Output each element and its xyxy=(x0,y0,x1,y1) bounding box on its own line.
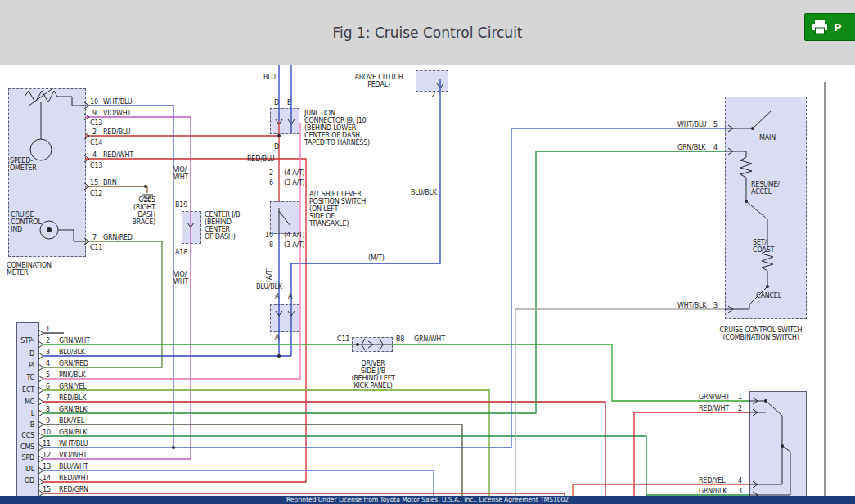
diagram-label: PNK/BLK xyxy=(59,371,86,379)
combination-meter-label: COMBINATION METER xyxy=(7,262,52,277)
diagram-label: C13 xyxy=(90,119,102,127)
diagram-label: BLU/WHT xyxy=(59,463,88,470)
diagram-label: ECT xyxy=(16,386,34,394)
diagram-label: 2 xyxy=(269,169,273,177)
diagram-label: 1 xyxy=(46,326,50,333)
diagram-label: VIO/WHT xyxy=(103,110,131,117)
diagram-label: 3 xyxy=(713,302,718,309)
diagram-label: 12 xyxy=(43,452,51,459)
diagram-label: 4 xyxy=(738,477,742,484)
diagram-label: GRN/RED xyxy=(103,234,133,241)
diagram-label: 8 xyxy=(269,241,273,249)
diagram-label: RED/BLK xyxy=(59,394,86,402)
diagram-label: 3 xyxy=(738,488,742,495)
diagram-label: 4 xyxy=(92,151,97,159)
diagram-label: C12 xyxy=(90,190,102,197)
diagram-label: GRN/RED xyxy=(59,360,88,367)
diagram-label: C14 xyxy=(90,139,102,146)
diagram-label: BLK/YEL xyxy=(59,417,84,425)
diagram-label: 10 xyxy=(43,429,51,436)
diagram-label: D xyxy=(16,350,34,358)
diagram-label: 5 xyxy=(46,371,50,379)
diagram-label: (4 A/T) xyxy=(284,169,305,177)
set-coast-label: SET/ COAST xyxy=(753,239,774,254)
diagram-label: A xyxy=(275,334,279,341)
diagram-label: A18 xyxy=(175,249,187,256)
diagram-label: 3 xyxy=(46,349,50,356)
main-label: MAIN xyxy=(759,134,776,142)
diagram-label: 2 xyxy=(46,337,50,344)
diagram-label: L xyxy=(16,410,34,417)
diagram-label: PI xyxy=(16,362,34,369)
diagram-label: E xyxy=(287,99,291,106)
print-button[interactable]: P xyxy=(804,13,855,41)
print-button-label: P xyxy=(834,21,842,34)
diagram-label: GRN/YEL xyxy=(59,383,86,390)
diagram-label: OD xyxy=(16,477,34,484)
diagram-label: (4 A/T) xyxy=(284,232,305,239)
diagram-label: GRN/WHT xyxy=(699,394,730,401)
diagram-label: 2 xyxy=(738,405,742,412)
wiring-diagram-stage: 10WHT/BLU9VIO/WHTC132RED/BLUC144RED/WHTC… xyxy=(0,0,855,504)
diagram-labels-layer: 10WHT/BLU9VIO/WHTC132RED/BLUC144RED/WHTC… xyxy=(0,0,855,504)
diagram-label: 13 xyxy=(43,463,51,470)
diagram-label: VIO/ WHT xyxy=(173,166,188,181)
diagram-label: 11 xyxy=(43,440,51,448)
center-jb-label: CENTER J/B (BEHIND CENTER OF DASH) xyxy=(205,211,240,241)
diagram-label: BRN xyxy=(103,179,116,187)
diagram-label: GRN/BLK xyxy=(699,488,727,495)
diagram-label: 6 xyxy=(269,179,273,187)
diagram-label: (A/T) xyxy=(266,268,273,282)
diagram-label: 4 xyxy=(46,360,50,367)
driver-side-jb-label: DRIVER SIDE J/B (BEHIND LEFT KICK PANEL) xyxy=(349,360,398,389)
diagram-label: A xyxy=(288,293,292,300)
diagram-label: RED/WHT xyxy=(103,151,133,159)
diagram-label: 15 xyxy=(43,486,51,493)
diagram-label: 9 xyxy=(46,417,50,425)
diagram-label: RED/GRN xyxy=(59,486,88,493)
diagram-label: (3 A/T) xyxy=(284,241,305,249)
diagram-label: GRN/BLK xyxy=(59,406,87,413)
diagram-label: RED/BLU xyxy=(103,128,130,136)
diagram-label: B xyxy=(16,421,34,429)
diagram-label: WHT/BLU xyxy=(103,98,133,106)
diagram-label: 9 xyxy=(92,110,97,117)
diagram-label: IDL xyxy=(16,466,34,473)
diagram-label: D xyxy=(274,143,279,151)
diagram-label: B19 xyxy=(175,201,187,209)
diagram-label: 7 xyxy=(46,394,50,402)
cruise-control-switch-label: CRUISE CONTROL SWITCH (COMBINATION SWITC… xyxy=(712,326,810,341)
shift-lever-switch-label: A/T SHIFT LEVER POSITION SWITCH (ON LEFT… xyxy=(309,191,366,227)
speedometer-label: SPEED- OMETER xyxy=(10,157,37,172)
diagram-label: C11 xyxy=(337,335,349,343)
diagram-label: RED/YEL xyxy=(699,477,725,484)
diagram-label: CMS xyxy=(16,443,34,451)
diagram-label: SPD xyxy=(16,454,34,461)
diagram-label: RED/BLU xyxy=(247,155,274,163)
diagram-label: 14 xyxy=(43,475,51,482)
printer-icon xyxy=(812,20,828,34)
cruise-control-ind-label: CRUISE CONTROL IND xyxy=(11,211,42,233)
diagram-label: 2 xyxy=(92,128,97,136)
resume-accel-label: RESUME/ ACCEL xyxy=(751,181,780,196)
diagram-label: CCS xyxy=(16,432,34,439)
diagram-label: B8 xyxy=(396,335,404,343)
diagram-label: TC xyxy=(16,374,34,381)
figure-title: Fig 1: Cruise Control Circuit xyxy=(0,25,855,41)
diagram-label: (3 A/T) xyxy=(284,179,305,187)
license-footer: Reprinted Under License from Toyota Moto… xyxy=(0,496,855,504)
diagram-label: MC xyxy=(16,398,34,406)
diagram-label: WHT/BLK xyxy=(677,302,706,309)
diagram-label: WHT/BLU xyxy=(59,440,88,448)
diagram-label: BLU/BLK xyxy=(59,349,85,356)
diagram-label: 2 xyxy=(431,92,435,99)
diagram-label: 6 xyxy=(46,383,50,390)
diagram-label: BLU/BLK xyxy=(411,189,437,196)
diagram-label: (M/T) xyxy=(368,254,385,262)
diagram-label: C13 xyxy=(90,162,102,169)
diagram-label: 8 xyxy=(46,406,50,413)
diagram-label: 15 xyxy=(90,179,98,187)
diagram-label: STP- xyxy=(16,337,34,344)
clutch-pedal-label: ABOVE CLUTCH PEDAL) xyxy=(344,74,414,88)
diagram-label: A xyxy=(275,293,279,300)
